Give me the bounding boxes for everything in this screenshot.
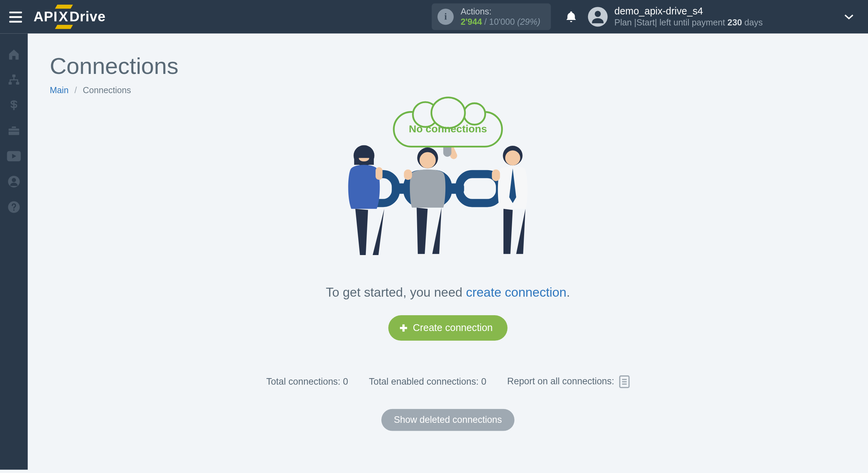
menu-icon[interactable] [9, 9, 25, 25]
actions-label: Actions: [460, 7, 540, 17]
create-connection-link[interactable]: create connection [466, 285, 566, 300]
logo-x: X [57, 9, 69, 25]
svg-rect-1 [12, 75, 15, 77]
svg-rect-13 [392, 183, 412, 194]
user-icon [8, 175, 20, 188]
user-block[interactable]: demo_apix-drive_s4 Plan |Start| left unt… [615, 5, 763, 28]
home-icon [8, 48, 20, 61]
main: Connections Main / Connections No connec… [28, 34, 868, 470]
chevron-down-icon[interactable] [844, 13, 854, 20]
cloud-text: No connections [409, 123, 487, 135]
avatar-icon[interactable] [588, 7, 607, 26]
user-plan: Plan |Start| left until payment 230 days [615, 18, 763, 29]
sidebar-item-videos[interactable] [0, 143, 28, 169]
svg-rect-14 [444, 183, 464, 194]
sidebar-item-help[interactable] [0, 194, 28, 220]
sidebar-item-business[interactable] [0, 118, 28, 143]
total-connections-value: 0 [343, 376, 348, 386]
user-name: demo_apix-drive_s4 [615, 5, 763, 18]
logo-drive: Drive [69, 9, 106, 25]
show-deleted-button[interactable]: Show deleted connections [381, 409, 514, 431]
logo-api: API [34, 9, 58, 25]
logo[interactable]: API X Drive [34, 9, 106, 25]
svg-point-22 [505, 151, 520, 166]
dollar-icon [8, 99, 20, 112]
svg-point-7 [12, 178, 16, 182]
empty-state: No connections [50, 111, 846, 431]
breadcrumb: Main / Connections [50, 85, 846, 95]
prompt: To get started, you need create connecti… [326, 285, 570, 300]
sidebar-item-connections[interactable] [0, 67, 28, 92]
sidebar-item-billing[interactable] [0, 92, 28, 118]
actions-total: 10'000 [489, 17, 515, 27]
actions-slash: / [484, 17, 487, 27]
actions-pct: (29%) [517, 17, 540, 27]
plus-icon: ✚ [400, 322, 407, 333]
svg-rect-19 [404, 169, 412, 180]
enabled-connections-label: Total enabled connections: [369, 376, 481, 386]
actions-used: 2'944 [460, 17, 482, 27]
cloud-bubble: No connections [393, 111, 502, 147]
svg-point-0 [595, 11, 601, 17]
help-icon [8, 201, 20, 213]
illustration [332, 145, 564, 261]
svg-rect-23 [492, 169, 500, 181]
svg-rect-16 [376, 167, 382, 180]
bell-icon[interactable] [565, 10, 577, 24]
sitemap-icon [8, 74, 20, 86]
svg-point-18 [420, 152, 436, 168]
sidebar-item-account[interactable] [0, 169, 28, 194]
breadcrumb-main[interactable]: Main [50, 85, 69, 95]
youtube-icon [7, 151, 21, 161]
header: API X Drive i Actions: 2'944 / 10'000 (2… [0, 0, 868, 34]
create-connection-button[interactable]: ✚ Create connection [388, 315, 508, 341]
info-icon: i [437, 9, 454, 25]
svg-rect-3 [16, 82, 19, 85]
stats-row: Total connections: 0 Total enabled conne… [266, 375, 629, 388]
report-icon[interactable] [619, 375, 629, 388]
enabled-connections-value: 0 [481, 376, 486, 386]
svg-rect-2 [9, 82, 12, 85]
briefcase-icon [8, 124, 20, 137]
svg-point-9 [13, 209, 14, 211]
breadcrumb-current: Connections [83, 85, 131, 95]
svg-rect-4 [9, 131, 19, 131]
sidebar-item-home[interactable] [0, 42, 28, 67]
report-label: Report on all connections: [507, 376, 614, 386]
actions-box[interactable]: i Actions: 2'944 / 10'000 (29%) [432, 3, 551, 30]
page-title: Connections [50, 53, 846, 79]
sidebar [0, 34, 28, 470]
total-connections-label: Total connections: [266, 376, 343, 386]
